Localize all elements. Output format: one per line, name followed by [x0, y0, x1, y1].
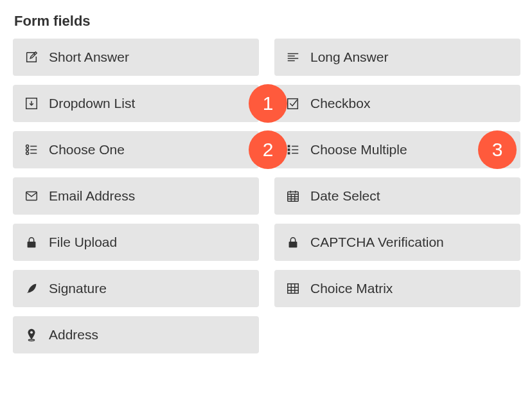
- field-label: Address: [49, 327, 98, 343]
- field-choose-one[interactable]: Choose One 2: [13, 131, 259, 168]
- edit-square-icon: [23, 49, 40, 66]
- field-label: Dropdown List: [49, 96, 135, 111]
- svg-rect-5: [288, 99, 298, 109]
- radio-list-icon: [23, 141, 40, 158]
- lock-icon: [285, 234, 301, 251]
- field-label: Choose One: [49, 142, 125, 157]
- annotation-badge-2: 2: [249, 130, 287, 169]
- map-pin-icon: [23, 326, 40, 343]
- field-choose-multiple[interactable]: Choose Multiple 3: [274, 131, 520, 168]
- field-label: Date Select: [310, 188, 380, 204]
- field-label: CAPTCHA Verification: [310, 235, 444, 250]
- field-checkbox[interactable]: Checkbox: [274, 85, 520, 122]
- annotation-badge-1: 1: [249, 84, 287, 123]
- section-title: Form fields: [14, 13, 519, 30]
- field-email-address[interactable]: Email Address: [13, 177, 259, 215]
- field-dropdown-list[interactable]: Dropdown List 1: [13, 85, 259, 122]
- field-label: Short Answer: [49, 49, 129, 65]
- field-short-answer[interactable]: Short Answer: [13, 39, 259, 76]
- feather-icon: [23, 280, 40, 297]
- envelope-icon: [23, 188, 40, 204]
- table-icon: [285, 280, 301, 297]
- svg-point-8: [26, 148, 29, 151]
- annotation-badge-3: 3: [478, 130, 517, 169]
- field-label: File Upload: [49, 235, 117, 250]
- field-label: Checkbox: [310, 96, 370, 111]
- lock-icon: [23, 234, 40, 251]
- field-label: Choose Multiple: [310, 142, 407, 157]
- svg-rect-16: [288, 152, 290, 155]
- field-signature[interactable]: Signature: [13, 270, 259, 307]
- form-field-grid: Short Answer Long Answer Dropdown List 1…: [13, 39, 520, 353]
- field-label: Choice Matrix: [310, 281, 393, 296]
- svg-rect-14: [288, 148, 290, 151]
- calendar-icon: [285, 188, 301, 204]
- field-file-upload[interactable]: File Upload: [13, 224, 259, 261]
- dropdown-arrow-box-icon: [23, 95, 40, 112]
- field-label: Long Answer: [310, 49, 388, 65]
- svg-rect-30: [289, 242, 297, 247]
- field-label: Signature: [49, 281, 107, 296]
- field-captcha[interactable]: CAPTCHA Verification: [274, 224, 520, 261]
- align-left-icon: [285, 49, 301, 66]
- svg-point-36: [30, 331, 33, 334]
- field-date-select[interactable]: Date Select: [274, 177, 520, 215]
- svg-rect-31: [288, 284, 299, 294]
- field-long-answer[interactable]: Long Answer: [274, 39, 520, 76]
- field-address[interactable]: Address: [13, 316, 259, 353]
- field-choice-matrix[interactable]: Choice Matrix: [274, 270, 520, 307]
- svg-rect-12: [288, 145, 290, 148]
- svg-rect-29: [28, 242, 36, 247]
- svg-point-10: [26, 152, 29, 154]
- svg-point-6: [26, 145, 29, 147]
- field-label: Email Address: [49, 188, 135, 204]
- svg-point-37: [28, 339, 34, 341]
